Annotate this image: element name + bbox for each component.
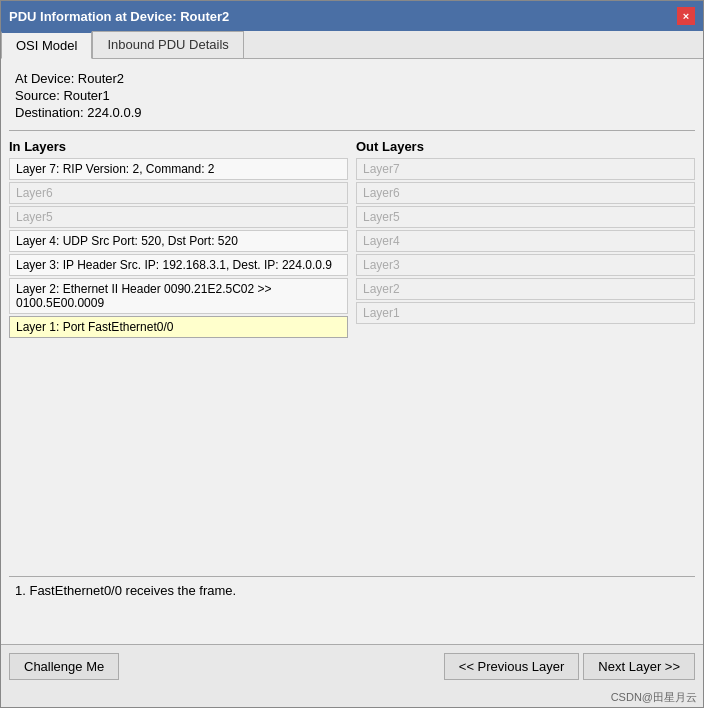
in-layer-5[interactable]: Layer5 bbox=[9, 206, 348, 228]
window-title: PDU Information at Device: Router2 bbox=[9, 9, 229, 24]
at-device-label: At Device: Router2 bbox=[15, 71, 689, 86]
in-layer-3[interactable]: Layer 3: IP Header Src. IP: 192.168.3.1,… bbox=[9, 254, 348, 276]
main-window: PDU Information at Device: Router2 × OSI… bbox=[0, 0, 704, 708]
navigation-buttons: << Previous Layer Next Layer >> bbox=[444, 653, 695, 680]
in-layer-4[interactable]: Layer 4: UDP Src Port: 520, Dst Port: 52… bbox=[9, 230, 348, 252]
tab-bar: OSI Model Inbound PDU Details bbox=[1, 31, 703, 59]
previous-layer-button[interactable]: << Previous Layer bbox=[444, 653, 580, 680]
out-layer-2[interactable]: Layer2 bbox=[356, 278, 695, 300]
title-bar: PDU Information at Device: Router2 × bbox=[1, 1, 703, 31]
out-layer-4[interactable]: Layer4 bbox=[356, 230, 695, 252]
out-layer-7[interactable]: Layer7 bbox=[356, 158, 695, 180]
in-layer-2[interactable]: Layer 2: Ethernet II Header 0090.21E2.5C… bbox=[9, 278, 348, 314]
in-layer-1[interactable]: Layer 1: Port FastEthernet0/0 bbox=[9, 316, 348, 338]
out-layer-3[interactable]: Layer3 bbox=[356, 254, 695, 276]
in-layer-7[interactable]: Layer 7: RIP Version: 2, Command: 2 bbox=[9, 158, 348, 180]
layers-container: In Layers Layer 7: RIP Version: 2, Comma… bbox=[9, 139, 695, 566]
bottom-bar: Challenge Me << Previous Layer Next Laye… bbox=[1, 644, 703, 688]
tab-inbound-pdu[interactable]: Inbound PDU Details bbox=[92, 31, 243, 59]
in-layers-panel: In Layers Layer 7: RIP Version: 2, Comma… bbox=[9, 139, 348, 566]
watermark: CSDN@田星月云 bbox=[1, 688, 703, 707]
close-button[interactable]: × bbox=[677, 7, 695, 25]
info-text: 1. FastEthernet0/0 receives the frame. bbox=[15, 583, 236, 598]
in-layers-header: In Layers bbox=[9, 139, 348, 154]
destination-label: Destination: 224.0.0.9 bbox=[15, 105, 689, 120]
device-info: At Device: Router2 Source: Router1 Desti… bbox=[9, 67, 695, 131]
challenge-me-button[interactable]: Challenge Me bbox=[9, 653, 119, 680]
in-layer-6[interactable]: Layer6 bbox=[9, 182, 348, 204]
main-content: At Device: Router2 Source: Router1 Desti… bbox=[1, 59, 703, 644]
out-layer-6[interactable]: Layer6 bbox=[356, 182, 695, 204]
out-layer-5[interactable]: Layer5 bbox=[356, 206, 695, 228]
info-area: 1. FastEthernet0/0 receives the frame. bbox=[9, 576, 695, 636]
source-label: Source: Router1 bbox=[15, 88, 689, 103]
out-layers-panel: Out Layers Layer7 Layer6 Layer5 Layer4 L… bbox=[356, 139, 695, 566]
next-layer-button[interactable]: Next Layer >> bbox=[583, 653, 695, 680]
out-layers-header: Out Layers bbox=[356, 139, 695, 154]
out-layer-1[interactable]: Layer1 bbox=[356, 302, 695, 324]
tab-osi-model[interactable]: OSI Model bbox=[1, 31, 92, 59]
